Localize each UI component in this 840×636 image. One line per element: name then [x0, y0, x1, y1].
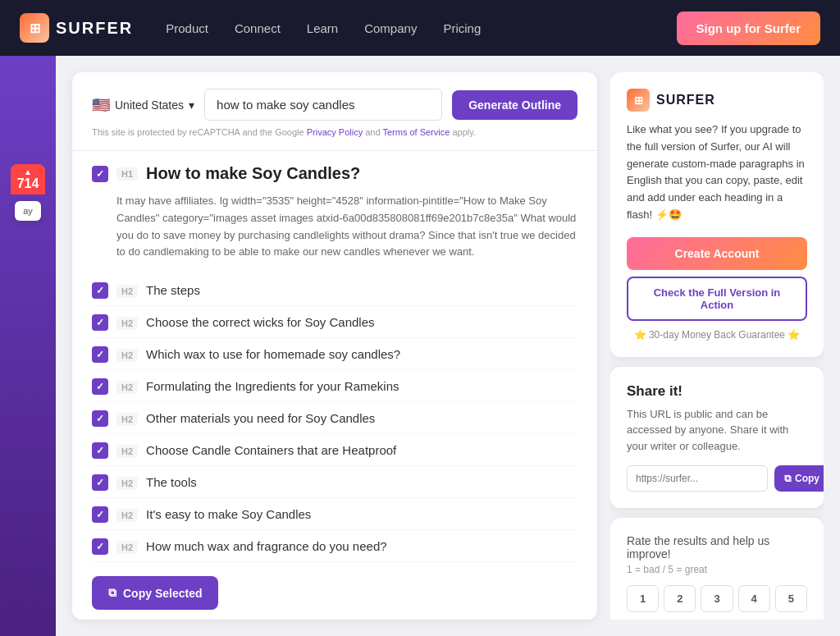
nav-links: Product Connect Learn Company Pricing: [166, 21, 676, 35]
logo: ⊞ SURFER: [20, 13, 133, 43]
signup-button[interactable]: Sign up for Surfer: [677, 11, 821, 45]
nav-product[interactable]: Product: [166, 21, 208, 35]
navbar: ⊞ SURFER Product Connect Learn Company P…: [0, 0, 840, 56]
nav-pricing[interactable]: Pricing: [443, 21, 481, 35]
nav-connect[interactable]: Connect: [235, 21, 281, 35]
nav-learn[interactable]: Learn: [307, 21, 338, 35]
logo-text: SURFER: [56, 19, 133, 38]
logo-icon: ⊞: [20, 13, 49, 43]
nav-company[interactable]: Company: [364, 21, 417, 35]
